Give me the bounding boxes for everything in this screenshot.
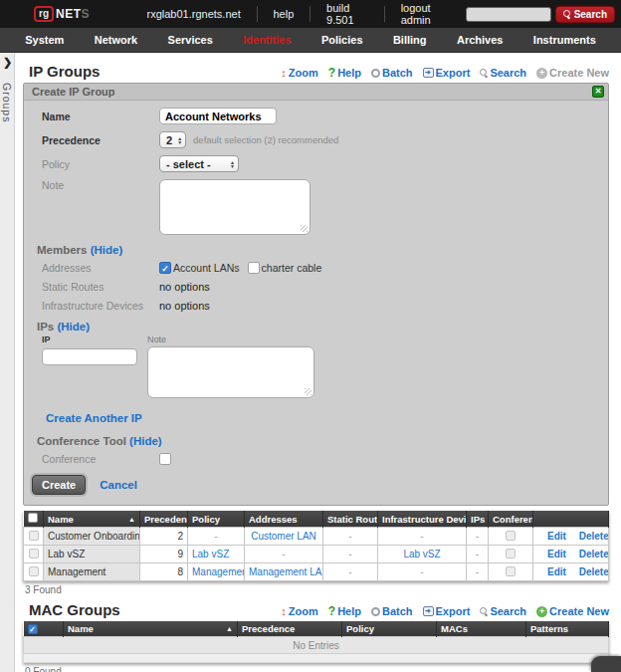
col-precedence[interactable]: Precedence bbox=[140, 511, 188, 528]
close-panel-button[interactable]: ✕ bbox=[592, 86, 604, 98]
create-new-button[interactable]: +Create New bbox=[536, 605, 609, 617]
row-checkbox[interactable] bbox=[29, 549, 39, 559]
cancel-link[interactable]: Cancel bbox=[100, 479, 137, 491]
nav-network[interactable]: Network bbox=[95, 34, 137, 46]
nav-identities[interactable]: Identities bbox=[243, 34, 291, 46]
precedence-select[interactable]: 2 ▲▼ bbox=[159, 131, 186, 148]
select-all-header[interactable] bbox=[24, 511, 44, 528]
address-option-charter-cable[interactable]: charter cable bbox=[248, 262, 322, 274]
rail-expand-chevron-icon[interactable]: ❯ bbox=[3, 56, 12, 69]
stepper-icon: ▲▼ bbox=[230, 160, 235, 168]
mac-groups-found-count: 0 Found bbox=[25, 666, 609, 672]
zoom-icon: ↕ bbox=[281, 605, 287, 617]
policy-select[interactable]: - select - ▲▼ bbox=[159, 155, 239, 172]
row-precedence: 9 bbox=[140, 546, 188, 563]
col-conference[interactable]: Conference bbox=[489, 511, 533, 528]
conference-cell-checkbox bbox=[506, 549, 516, 559]
col-static-routes[interactable]: Static Routes bbox=[323, 511, 378, 528]
ip-note-textarea[interactable] bbox=[147, 346, 314, 398]
note-textarea[interactable] bbox=[159, 179, 310, 235]
col-precedence[interactable]: Precedence bbox=[238, 621, 342, 637]
search-icon bbox=[563, 10, 571, 18]
ip-field[interactable] bbox=[42, 348, 137, 365]
col-addresses[interactable]: Addresses bbox=[245, 511, 323, 528]
panel-title: Create IP Group bbox=[32, 86, 115, 98]
col-macs[interactable]: MACs bbox=[437, 621, 526, 637]
search-button[interactable]: Search bbox=[480, 67, 526, 79]
help-link[interactable]: help bbox=[257, 8, 310, 20]
export-button[interactable]: ➜Export bbox=[423, 605, 471, 617]
precedence-hint: default selection (2) recommended bbox=[193, 134, 338, 145]
address-option-account-lans[interactable]: ✓ Account LANs bbox=[159, 262, 240, 274]
delete-link[interactable]: Delete bbox=[579, 566, 609, 577]
zoom-button[interactable]: ↕Zoom bbox=[281, 605, 317, 617]
delete-link[interactable]: Delete bbox=[579, 549, 609, 560]
nav-billing[interactable]: Billing bbox=[393, 34, 427, 46]
corner-widget[interactable] bbox=[591, 656, 621, 672]
edit-link[interactable]: Edit bbox=[547, 549, 566, 560]
global-search-input[interactable] bbox=[466, 7, 551, 22]
conference-checkbox[interactable] bbox=[159, 453, 171, 465]
logout-link[interactable]: logout admin bbox=[385, 2, 466, 26]
rgnets-logo: rg NET S bbox=[34, 6, 90, 22]
brand-text: NET bbox=[56, 7, 82, 21]
nav-archives[interactable]: Archives bbox=[457, 34, 503, 46]
export-icon: ➜ bbox=[423, 68, 434, 78]
row-addresses-link[interactable]: Customer LAN bbox=[245, 528, 323, 546]
col-name[interactable]: Name▲ bbox=[64, 621, 238, 637]
row-addresses: - bbox=[245, 546, 323, 563]
nav-instruments[interactable]: Instruments bbox=[533, 34, 596, 46]
col-policy[interactable]: Policy bbox=[188, 511, 245, 528]
infrastructure-devices-label: Infrastructure Devices bbox=[30, 300, 159, 312]
ip-groups-found-count: 3 Found bbox=[25, 584, 609, 595]
select-all-header[interactable]: ✓ bbox=[24, 621, 64, 637]
edit-link[interactable]: Edit bbox=[547, 566, 566, 577]
nav-system[interactable]: System bbox=[25, 34, 64, 46]
row-ips: - bbox=[467, 528, 489, 546]
col-policy[interactable]: Policy bbox=[342, 621, 437, 637]
global-search-button[interactable]: Search bbox=[555, 6, 615, 23]
help-button[interactable]: ?Help bbox=[328, 604, 361, 618]
ip-field-label: IP bbox=[42, 335, 137, 344]
row-addresses-link[interactable]: Management LAN bbox=[245, 563, 323, 581]
col-ips[interactable]: IPs bbox=[467, 511, 489, 528]
checkbox-checked-icon[interactable]: ✓ bbox=[28, 624, 38, 634]
export-button[interactable]: ➜Export bbox=[423, 67, 471, 79]
row-policy-link[interactable]: Lab vSZ bbox=[188, 546, 245, 563]
batch-icon bbox=[371, 607, 380, 616]
row-ips: - bbox=[467, 546, 489, 563]
checkbox-icon[interactable] bbox=[248, 262, 260, 274]
create-button[interactable]: Create bbox=[32, 475, 86, 495]
search-button[interactable]: Search bbox=[480, 605, 526, 617]
members-hide-link[interactable]: (Hide) bbox=[91, 244, 123, 256]
sidebar-tab-groups[interactable]: Groups bbox=[1, 83, 13, 122]
batch-button[interactable]: Batch bbox=[371, 605, 413, 617]
ip-note-label: Note bbox=[147, 335, 314, 344]
help-button[interactable]: ?Help bbox=[328, 66, 361, 80]
row-checkbox[interactable] bbox=[29, 566, 39, 576]
ips-hide-link[interactable]: (Hide) bbox=[57, 321, 90, 333]
name-field[interactable] bbox=[159, 108, 277, 124]
nav-services[interactable]: Services bbox=[168, 34, 213, 46]
help-icon: ? bbox=[328, 604, 335, 618]
col-infrastructure-devices[interactable]: Infrastructure Devices bbox=[378, 511, 467, 528]
col-patterns[interactable]: Patterns bbox=[526, 621, 609, 637]
row-policy-link[interactable]: Management bbox=[188, 563, 245, 581]
row-name: Customer Onboarding bbox=[44, 528, 140, 546]
top-bar: rg NET S rxglab01.rgnets.net help build … bbox=[0, 0, 621, 28]
zoom-icon: ↕ bbox=[281, 67, 287, 79]
checkbox-icon[interactable] bbox=[28, 513, 38, 523]
checkbox-checked-icon[interactable]: ✓ bbox=[159, 262, 171, 274]
create-another-ip-link[interactable]: Create Another IP bbox=[46, 412, 142, 424]
delete-link[interactable]: Delete bbox=[579, 531, 609, 542]
edit-link[interactable]: Edit bbox=[547, 531, 566, 542]
row-checkbox[interactable] bbox=[29, 531, 39, 541]
col-name[interactable]: Name▲ bbox=[44, 511, 140, 528]
batch-button[interactable]: Batch bbox=[371, 67, 413, 79]
conference-hide-link[interactable]: (Hide) bbox=[129, 435, 162, 447]
row-infrastructure-link[interactable]: Lab vSZ bbox=[378, 546, 467, 563]
batch-icon bbox=[371, 69, 380, 78]
nav-policies[interactable]: Policies bbox=[321, 34, 363, 46]
zoom-button[interactable]: ↕Zoom bbox=[281, 67, 317, 79]
row-static-routes: - bbox=[323, 528, 378, 546]
